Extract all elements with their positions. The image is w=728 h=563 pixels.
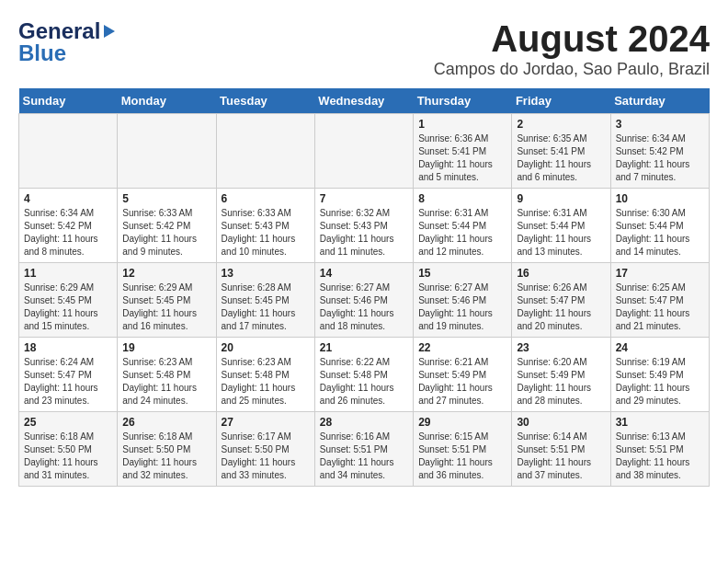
- day-number: 18: [24, 341, 112, 354]
- day-number: 12: [122, 267, 210, 280]
- day-info: Sunrise: 6:20 AMSunset: 5:49 PMDaylight:…: [517, 356, 605, 408]
- day-header-friday: Friday: [512, 88, 610, 114]
- day-number: 28: [320, 416, 408, 429]
- day-number: 14: [320, 267, 408, 280]
- day-number: 20: [222, 341, 310, 354]
- day-info: Sunrise: 6:16 AMSunset: 5:51 PMDaylight:…: [320, 431, 408, 482]
- day-number: 21: [320, 341, 408, 354]
- day-number: 1: [418, 118, 506, 131]
- day-number: 10: [616, 192, 704, 205]
- calendar-cell: 12Sunrise: 6:29 AMSunset: 5:45 PMDayligh…: [118, 263, 216, 338]
- day-number: 4: [24, 192, 112, 205]
- day-number: 16: [517, 267, 605, 280]
- day-number: 3: [616, 118, 704, 131]
- day-number: 8: [418, 192, 506, 205]
- day-number: 30: [517, 416, 605, 429]
- calendar-cell: 21Sunrise: 6:22 AMSunset: 5:48 PMDayligh…: [314, 338, 413, 412]
- calendar-cell: 15Sunrise: 6:27 AMSunset: 5:46 PMDayligh…: [414, 263, 512, 338]
- calendar-cell: 5Sunrise: 6:33 AMSunset: 5:42 PMDaylight…: [118, 189, 216, 263]
- day-info: Sunrise: 6:27 AMSunset: 5:46 PMDaylight:…: [320, 282, 408, 333]
- day-info: Sunrise: 6:30 AMSunset: 5:44 PMDaylight:…: [616, 207, 704, 259]
- day-info: Sunrise: 6:27 AMSunset: 5:46 PMDaylight:…: [418, 282, 506, 333]
- calendar-cell: 10Sunrise: 6:30 AMSunset: 5:44 PMDayligh…: [610, 189, 709, 263]
- day-info: Sunrise: 6:21 AMSunset: 5:49 PMDaylight:…: [418, 356, 506, 408]
- week-row-5: 25Sunrise: 6:18 AMSunset: 5:50 PMDayligh…: [19, 412, 710, 487]
- day-number: 19: [122, 341, 210, 354]
- day-header-sunday: Sunday: [19, 88, 118, 114]
- calendar-cell: 28Sunrise: 6:16 AMSunset: 5:51 PMDayligh…: [314, 412, 413, 487]
- calendar-cell: 16Sunrise: 6:26 AMSunset: 5:47 PMDayligh…: [512, 263, 610, 338]
- day-info: Sunrise: 6:24 AMSunset: 5:47 PMDaylight:…: [24, 356, 112, 408]
- calendar-cell: 20Sunrise: 6:23 AMSunset: 5:48 PMDayligh…: [216, 338, 314, 412]
- calendar-cell: 9Sunrise: 6:31 AMSunset: 5:44 PMDaylight…: [512, 189, 610, 263]
- calendar-cell: 22Sunrise: 6:21 AMSunset: 5:49 PMDayligh…: [414, 338, 512, 412]
- day-number: 5: [122, 192, 210, 205]
- day-info: Sunrise: 6:33 AMSunset: 5:42 PMDaylight:…: [122, 207, 210, 259]
- calendar-cell: 7Sunrise: 6:32 AMSunset: 5:43 PMDaylight…: [314, 189, 413, 263]
- day-number: 31: [616, 416, 704, 429]
- week-row-2: 4Sunrise: 6:34 AMSunset: 5:42 PMDaylight…: [19, 189, 710, 263]
- calendar-cell: 6Sunrise: 6:33 AMSunset: 5:43 PMDaylight…: [216, 189, 314, 263]
- day-info: Sunrise: 6:19 AMSunset: 5:49 PMDaylight:…: [616, 356, 704, 408]
- calendar-cell: 24Sunrise: 6:19 AMSunset: 5:49 PMDayligh…: [610, 338, 709, 412]
- calendar-cell: 18Sunrise: 6:24 AMSunset: 5:47 PMDayligh…: [19, 338, 118, 412]
- header: General Blue August 2024 Campos do Jorda…: [18, 18, 710, 79]
- day-header-wednesday: Wednesday: [314, 88, 413, 114]
- day-number: 9: [517, 192, 605, 205]
- day-info: Sunrise: 6:33 AMSunset: 5:43 PMDaylight:…: [222, 207, 310, 259]
- day-number: 6: [222, 192, 310, 205]
- day-number: 25: [24, 416, 112, 429]
- day-info: Sunrise: 6:31 AMSunset: 5:44 PMDaylight:…: [517, 207, 605, 259]
- day-number: 2: [517, 118, 605, 131]
- calendar-cell: 23Sunrise: 6:20 AMSunset: 5:49 PMDayligh…: [512, 338, 610, 412]
- calendar-cell: 30Sunrise: 6:14 AMSunset: 5:51 PMDayligh…: [512, 412, 610, 487]
- day-info: Sunrise: 6:34 AMSunset: 5:42 PMDaylight:…: [616, 132, 704, 184]
- day-info: Sunrise: 6:23 AMSunset: 5:48 PMDaylight:…: [122, 356, 210, 408]
- calendar-cell: 2Sunrise: 6:35 AMSunset: 5:41 PMDaylight…: [512, 114, 610, 189]
- day-number: 26: [122, 416, 210, 429]
- day-info: Sunrise: 6:18 AMSunset: 5:50 PMDaylight:…: [24, 431, 112, 482]
- calendar-cell: 29Sunrise: 6:15 AMSunset: 5:51 PMDayligh…: [414, 412, 512, 487]
- title-area: August 2024 Campos do Jordao, Sao Paulo,…: [434, 18, 710, 79]
- calendar-cell: 31Sunrise: 6:13 AMSunset: 5:51 PMDayligh…: [610, 412, 709, 487]
- logo: General Blue: [18, 18, 115, 66]
- calendar-cell: 1Sunrise: 6:36 AMSunset: 5:41 PMDaylight…: [414, 114, 512, 189]
- calendar-table: SundayMondayTuesdayWednesdayThursdayFrid…: [18, 88, 710, 487]
- logo-blue: Blue: [18, 40, 66, 66]
- day-number: 29: [418, 416, 506, 429]
- day-info: Sunrise: 6:35 AMSunset: 5:41 PMDaylight:…: [517, 132, 605, 184]
- calendar-cell: 25Sunrise: 6:18 AMSunset: 5:50 PMDayligh…: [19, 412, 118, 487]
- calendar-cell: [216, 114, 314, 189]
- day-info: Sunrise: 6:14 AMSunset: 5:51 PMDaylight:…: [517, 431, 605, 482]
- day-info: Sunrise: 6:15 AMSunset: 5:51 PMDaylight:…: [418, 431, 506, 482]
- day-info: Sunrise: 6:13 AMSunset: 5:51 PMDaylight:…: [616, 431, 704, 482]
- day-number: 15: [418, 267, 506, 280]
- days-header-row: SundayMondayTuesdayWednesdayThursdayFrid…: [19, 88, 710, 114]
- day-number: 7: [320, 192, 408, 205]
- day-info: Sunrise: 6:26 AMSunset: 5:47 PMDaylight:…: [517, 282, 605, 333]
- calendar-cell: 13Sunrise: 6:28 AMSunset: 5:45 PMDayligh…: [216, 263, 314, 338]
- day-header-thursday: Thursday: [414, 88, 512, 114]
- day-info: Sunrise: 6:32 AMSunset: 5:43 PMDaylight:…: [320, 207, 408, 259]
- day-info: Sunrise: 6:31 AMSunset: 5:44 PMDaylight:…: [418, 207, 506, 259]
- day-info: Sunrise: 6:28 AMSunset: 5:45 PMDaylight:…: [222, 282, 310, 333]
- week-row-1: 1Sunrise: 6:36 AMSunset: 5:41 PMDaylight…: [19, 114, 710, 189]
- day-info: Sunrise: 6:23 AMSunset: 5:48 PMDaylight:…: [222, 356, 310, 408]
- day-info: Sunrise: 6:22 AMSunset: 5:48 PMDaylight:…: [320, 356, 408, 408]
- calendar-body: 1Sunrise: 6:36 AMSunset: 5:41 PMDaylight…: [19, 114, 710, 487]
- logo-arrow-icon: [104, 25, 115, 38]
- calendar-cell: [314, 114, 413, 189]
- day-info: Sunrise: 6:36 AMSunset: 5:41 PMDaylight:…: [418, 132, 506, 184]
- calendar-cell: 27Sunrise: 6:17 AMSunset: 5:50 PMDayligh…: [216, 412, 314, 487]
- calendar-cell: 8Sunrise: 6:31 AMSunset: 5:44 PMDaylight…: [414, 189, 512, 263]
- day-info: Sunrise: 6:18 AMSunset: 5:50 PMDaylight:…: [122, 431, 210, 482]
- day-info: Sunrise: 6:29 AMSunset: 5:45 PMDaylight:…: [122, 282, 210, 333]
- location: Campos do Jordao, Sao Paulo, Brazil: [434, 60, 710, 79]
- day-number: 13: [222, 267, 310, 280]
- day-number: 27: [222, 416, 310, 429]
- calendar-cell: 14Sunrise: 6:27 AMSunset: 5:46 PMDayligh…: [314, 263, 413, 338]
- calendar-cell: 19Sunrise: 6:23 AMSunset: 5:48 PMDayligh…: [118, 338, 216, 412]
- week-row-3: 11Sunrise: 6:29 AMSunset: 5:45 PMDayligh…: [19, 263, 710, 338]
- day-number: 11: [24, 267, 112, 280]
- calendar-cell: 3Sunrise: 6:34 AMSunset: 5:42 PMDaylight…: [610, 114, 709, 189]
